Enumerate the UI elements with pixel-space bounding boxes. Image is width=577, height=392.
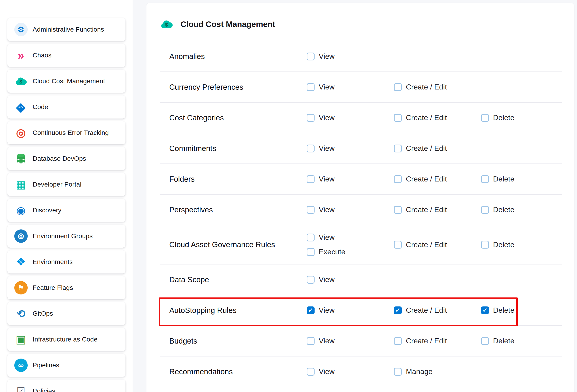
sidebar-item-label: Cloud Cost Management (33, 77, 105, 85)
error-tracking-target-icon: ◎ (14, 126, 28, 140)
sidebar-item-continuous-error-tracking[interactable]: ◎Continuous Error Tracking (7, 121, 125, 144)
checkbox-autostopping-rules-delete[interactable] (481, 306, 489, 314)
permission-view: View (307, 233, 394, 242)
permission-label: Create / Edit (406, 206, 447, 214)
checkbox-recommendations-manage[interactable] (394, 368, 402, 376)
table-row-autostopping-rules: AutoStopping RulesViewCreate / EditDelet… (160, 295, 562, 326)
permission-execute: Execute (307, 248, 394, 256)
sidebar-item-developer-portal[interactable]: ▦Developer Portal (7, 173, 125, 196)
sidebar-item-policies[interactable]: ☑Policies (7, 380, 125, 392)
module-sidebar: ⚙Administrative Functions»Chaos$Cloud Co… (0, 0, 133, 392)
checkbox-currency-preferences-view[interactable] (307, 83, 315, 91)
checkbox-currency-preferences-create-edit[interactable] (394, 83, 402, 91)
permission-label: Create / Edit (406, 175, 447, 183)
pipelines-infinity-icon: ∞ (14, 358, 28, 372)
sidebar-item-pipelines[interactable]: ∞Pipelines (7, 354, 125, 377)
table-row-perspectives: PerspectivesViewCreate / EditDelete (160, 195, 562, 225)
checkbox-data-scope-view[interactable] (307, 276, 315, 284)
permission-cell: Delete (481, 241, 562, 249)
checkbox-cloud-asset-governance-rules-create-edit[interactable] (394, 241, 402, 249)
sidebar-item-database-devops[interactable]: Database DevOps (7, 147, 125, 170)
permission-label: Manage (406, 367, 433, 376)
permission-create-edit: Create / Edit (394, 175, 481, 183)
permission-label: View (319, 367, 335, 376)
permission-label: View (319, 206, 335, 214)
sidebar-item-infrastructure-as-code[interactable]: ▣Infrastructure as Code (7, 328, 125, 351)
sidebar-item-label: Developer Portal (33, 181, 82, 188)
table-row-recommendations: RecommendationsViewManage (160, 356, 562, 387)
permission-label: View (319, 144, 335, 153)
checkbox-anomalies-view[interactable] (307, 53, 315, 60)
permission-cell: View (307, 337, 394, 345)
permission-label: Create / Edit (406, 83, 447, 91)
permission-label: View (319, 233, 335, 242)
permission-cell: Create / Edit (394, 175, 481, 183)
checkbox-cloud-asset-governance-rules-execute[interactable] (307, 248, 315, 256)
checkbox-budgets-view[interactable] (307, 337, 315, 345)
gear-icon: ⚙ (14, 23, 28, 36)
checkbox-folders-delete[interactable] (481, 175, 489, 183)
permission-cell: Delete (481, 306, 562, 315)
permission-view: View (307, 175, 394, 183)
checkbox-budgets-delete[interactable] (481, 337, 489, 345)
sidebar-item-code[interactable]: ◆</>Code (7, 96, 125, 118)
permission-label: Create / Edit (406, 144, 447, 153)
row-label: Commitments (160, 144, 307, 153)
checkbox-commitments-create-edit[interactable] (394, 144, 402, 152)
checkbox-perspectives-view[interactable] (307, 206, 315, 214)
permission-label: View (319, 113, 335, 122)
checkbox-folders-view[interactable] (307, 175, 315, 183)
permission-view: View (307, 83, 394, 91)
permission-cell: Create / Edit (394, 83, 481, 91)
sidebar-item-label: Code (33, 103, 48, 111)
table-row-commitments: CommitmentsViewCreate / Edit (160, 133, 562, 164)
permission-view: View (307, 337, 394, 345)
permission-cell: View (307, 275, 394, 284)
checkbox-autostopping-rules-create-edit[interactable] (394, 306, 402, 314)
checkbox-perspectives-create-edit[interactable] (394, 206, 402, 214)
row-label: Data Scope (160, 275, 307, 284)
code-icon: ◆</> (14, 100, 28, 114)
checkbox-perspectives-delete[interactable] (481, 206, 489, 214)
checkbox-cloud-asset-governance-rules-view[interactable] (307, 234, 315, 241)
permission-label: Create / Edit (406, 241, 447, 249)
permission-label: View (319, 275, 335, 284)
svg-text:$: $ (165, 22, 168, 28)
permission-cell: Delete (481, 175, 562, 183)
policies-check-icon: ☑ (14, 384, 28, 392)
permission-label: Delete (493, 241, 514, 249)
sidebar-item-feature-flags[interactable]: ⚑Feature Flags (7, 276, 125, 299)
sidebar-item-discovery[interactable]: ◉Discovery (7, 199, 125, 222)
permission-create-edit: Create / Edit (394, 206, 481, 214)
checkbox-budgets-create-edit[interactable] (394, 337, 402, 345)
permission-create-edit: Create / Edit (394, 113, 481, 122)
discovery-compass-icon: ◉ (14, 204, 28, 217)
checkbox-folders-create-edit[interactable] (394, 175, 402, 183)
checkbox-recommendations-view[interactable] (307, 368, 315, 376)
permission-delete: Delete (481, 241, 562, 249)
permission-label: Create / Edit (406, 337, 447, 345)
checkbox-cost-categories-create-edit[interactable] (394, 114, 402, 122)
permission-cell: View (307, 83, 394, 91)
sidebar-item-administrative-functions[interactable]: ⚙Administrative Functions (7, 18, 125, 41)
permission-label: Create / Edit (406, 306, 447, 315)
checkbox-cost-categories-delete[interactable] (481, 114, 489, 122)
permission-cell: View (307, 206, 394, 214)
checkbox-commitments-view[interactable] (307, 144, 315, 152)
permission-cell: Create / Edit (394, 306, 481, 315)
checkbox-cost-categories-view[interactable] (307, 114, 315, 122)
environments-diamond-icon: ❖ (14, 255, 28, 269)
permission-cell: View (307, 306, 394, 315)
sidebar-item-environment-groups[interactable]: ⊚Environment Groups (7, 225, 125, 248)
sidebar-item-gitops[interactable]: ⟲GitOps (7, 302, 125, 325)
sidebar-item-label: Database DevOps (33, 155, 86, 162)
checkbox-autostopping-rules-view[interactable] (307, 306, 315, 314)
sidebar-item-environments[interactable]: ❖Environments (7, 250, 125, 274)
permission-delete: Delete (481, 206, 562, 214)
checkbox-cloud-asset-governance-rules-delete[interactable] (481, 241, 489, 249)
sidebar-item-cloud-cost-management[interactable]: $Cloud Cost Management (7, 70, 125, 93)
permission-label: View (319, 175, 335, 183)
permission-label: View (319, 83, 335, 91)
developer-portal-grid-icon: ▦ (14, 178, 28, 191)
sidebar-item-chaos[interactable]: »Chaos (7, 44, 125, 67)
